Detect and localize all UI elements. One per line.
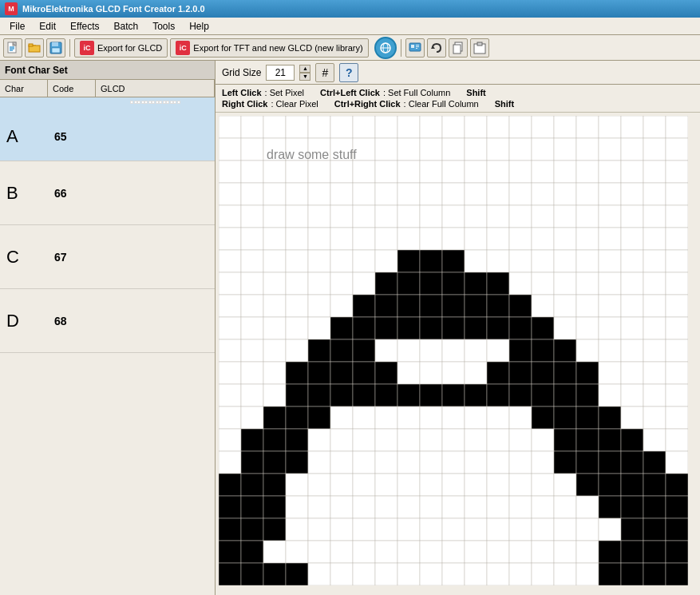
config-button[interactable]	[405, 38, 425, 58]
new-button[interactable]	[3, 38, 22, 58]
code-b: 66	[48, 187, 96, 200]
app-title: MikroElektronika GLCD Font Creator 1.2.0…	[22, 4, 205, 14]
key-ctrl-right: Ctrl+Right Click	[334, 99, 401, 109]
grid-toolbar: Grid Size ▲ ▼ # ?	[216, 61, 700, 85]
spinner-down[interactable]: ▼	[299, 73, 310, 81]
export-tft-button[interactable]: iC Export for TFT and new GLCD (new libr…	[170, 38, 368, 58]
undo-button[interactable]	[427, 38, 446, 58]
instructions-bar: Left Click : Set Pixel Ctrl+Left Click :…	[216, 85, 700, 113]
preview-d	[96, 318, 215, 324]
char-a: A	[0, 126, 48, 147]
svg-rect-8	[29, 44, 33, 46]
instruction-left-click: Left Click : Set Pixel	[222, 88, 304, 97]
svg-rect-24	[477, 42, 482, 46]
svg-rect-18	[416, 46, 419, 47]
instruction-ctrl-left: Ctrl+Left Click : Set Full Column	[320, 88, 450, 97]
menu-help[interactable]: Help	[183, 19, 216, 34]
preview-a	[96, 97, 215, 176]
char-row-c[interactable]: C 67	[0, 225, 215, 289]
main-layout: Font Char Set Char Code GLCD A 65	[0, 61, 700, 595]
char-d: D	[0, 311, 48, 331]
char-b: B	[0, 183, 48, 204]
key-left-click: Left Click	[222, 88, 262, 97]
pixel-canvas[interactable]	[219, 116, 688, 585]
code-d: 68	[48, 315, 96, 327]
svg-rect-11	[52, 48, 60, 53]
title-bar: M MikroElektronika GLCD Font Creator 1.2…	[0, 0, 700, 18]
grid-toggle-button[interactable]: #	[315, 63, 334, 82]
char-row-d[interactable]: D 68	[0, 289, 215, 353]
menu-batch[interactable]: Batch	[108, 19, 145, 34]
grid-size-label: Grid Size	[222, 67, 261, 78]
char-c: C	[0, 247, 48, 268]
instruction-shift-l: Shift	[495, 99, 514, 109]
col-header-code: Code	[48, 80, 96, 97]
drawing-wrapper: draw some stuff	[219, 116, 688, 585]
col-header-char: Char	[0, 80, 48, 97]
app-icon: M	[5, 2, 18, 15]
table-header: Char Code GLCD	[0, 80, 215, 97]
instruction-right-click: Right Click : Clear Pixel	[222, 99, 318, 109]
export-glcd-label: Export for GLCD	[97, 43, 162, 53]
web-button[interactable]	[374, 37, 397, 59]
copy-button[interactable]	[449, 38, 468, 58]
key-right-click: Right Click	[222, 99, 267, 109]
code-a: 65	[48, 130, 96, 143]
code-c: 67	[48, 251, 96, 264]
paste-button[interactable]	[470, 38, 489, 58]
help-button[interactable]: ?	[339, 63, 358, 82]
key-ctrl-left: Ctrl+Left Click	[320, 88, 380, 97]
open-button[interactable]	[25, 38, 44, 58]
toolbar-separator-1	[69, 39, 70, 57]
svg-rect-16	[411, 45, 414, 48]
key-shift-l: Shift	[495, 99, 514, 109]
svg-rect-17	[416, 45, 419, 46]
drawing-area[interactable]: draw some stuff	[216, 113, 700, 595]
char-list[interactable]: A 65	[0, 97, 215, 595]
preview-b	[96, 190, 215, 196]
menu-bar: File Edit Effects Batch Tools Help	[0, 18, 700, 35]
export-tft-label: Export for TFT and new GLCD (new library…	[193, 43, 362, 53]
toolbar-separator-2	[401, 39, 401, 57]
spinner-up[interactable]: ▲	[299, 65, 310, 73]
save-button[interactable]	[46, 38, 65, 58]
preview-c	[96, 254, 215, 260]
menu-effects[interactable]: Effects	[64, 19, 105, 34]
menu-edit[interactable]: Edit	[33, 19, 62, 34]
svg-rect-22	[453, 45, 461, 54]
export-glcd-button[interactable]: iC Export for GLCD	[74, 38, 168, 58]
grid-size-spinner[interactable]: ▲ ▼	[299, 65, 310, 81]
svg-rect-10	[52, 42, 58, 46]
menu-tools[interactable]: Tools	[146, 19, 181, 34]
left-panel: Font Char Set Char Code GLCD A 65	[0, 61, 216, 595]
export-glcd-icon: iC	[80, 41, 94, 55]
key-shift-r: Shift	[466, 88, 485, 97]
toolbar: iC Export for GLCD iC Export for TFT and…	[0, 35, 700, 61]
font-charset-header: Font Char Set	[0, 61, 215, 80]
export-tft-icon: iC	[176, 41, 190, 55]
menu-file[interactable]: File	[3, 19, 31, 34]
char-row-a[interactable]: A 65	[0, 97, 215, 161]
right-panel: Grid Size ▲ ▼ # ? Left Click : Set Pixel…	[216, 61, 700, 595]
instruction-shift-right: Shift	[466, 88, 485, 97]
col-header-glcd: GLCD	[96, 80, 215, 97]
grid-size-input[interactable]	[266, 65, 295, 81]
instruction-ctrl-right: Ctrl+Right Click : Clear Full Column	[334, 99, 479, 109]
svg-rect-19	[416, 48, 417, 49]
